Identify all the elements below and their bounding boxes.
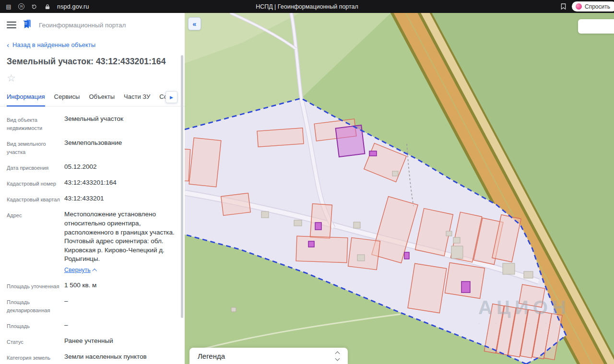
field-value: Землепользование	[64, 139, 175, 156]
field-cadastral-number: Кадастровый номер 43:12:433201:164	[7, 178, 175, 188]
map-canvas[interactable]: АЦИОН · · · · · « Легенда	[185, 13, 614, 364]
field-assign-date: Дата присвоения 05.12.2002	[7, 163, 175, 172]
field-label: Статус	[7, 337, 64, 346]
field-value: 1 500 кв. м	[64, 281, 175, 291]
field-value: Ранее учтенный	[64, 337, 175, 346]
attributes-list: Вид объекта недвижимости Земельный участ…	[0, 106, 185, 364]
tabs-panel-icon[interactable]: ▤	[5, 3, 12, 11]
legend-expand-icon[interactable]	[334, 350, 341, 362]
field-area: Площадь –	[7, 321, 175, 330]
legend-label: Легенда	[198, 352, 225, 360]
parcel-title: Земельный участок: 43:12:433201:164	[7, 57, 178, 67]
browser-tab-title: НСПД | Геоинформационный портал	[256, 3, 358, 10]
field-value: 05.12.2002	[64, 163, 175, 172]
ask-button[interactable]: Спросить	[572, 1, 614, 12]
field-value: Земельный участок	[64, 115, 175, 132]
panel-collapse-button[interactable]: «	[188, 17, 201, 30]
field-address: Адрес Местоположение установлено относит…	[7, 210, 175, 274]
field-value: 43:12:433201	[64, 194, 175, 204]
field-value: –	[64, 297, 175, 315]
tabs-scroll-right-button[interactable]: ▶	[165, 91, 177, 103]
map-search-box[interactable]	[578, 19, 614, 34]
tab-bar: Информация Сервисы Объекты Части ЗУ Сост…	[0, 89, 185, 106]
address-text: Местоположение установлено относительно …	[64, 211, 175, 262]
portal-title: Геоинформационный портал	[39, 22, 126, 29]
panel-header: Геоинформационный портал	[0, 13, 185, 34]
field-value: –	[64, 321, 175, 330]
chevron-left-icon: ‹	[7, 41, 9, 48]
collapse-link-label: Свернуть	[64, 266, 91, 274]
field-label: Площадь уточненная	[7, 281, 64, 291]
menu-icon[interactable]	[7, 22, 16, 28]
field-value: Земли населенных пунктов	[64, 352, 175, 362]
tab-information[interactable]: Информация	[7, 89, 45, 106]
tab-parcel-parts[interactable]: Части ЗУ	[124, 89, 150, 106]
field-label: Площадь декларированная	[7, 297, 64, 315]
field-parcel-kind: Вид земельного участка Землепользование	[7, 139, 175, 156]
field-label: Вид земельного участка	[7, 139, 64, 156]
back-link-label: Назад в найденные объекты	[12, 41, 95, 48]
profile-icon[interactable]: Я	[18, 3, 24, 10]
lock-icon	[44, 3, 51, 11]
browser-chrome: ▤ Я nspd.gov.ru НСПД | Геоинформационный…	[0, 0, 614, 13]
field-label: Кадастровый квартал	[7, 194, 64, 204]
legend-panel[interactable]: Легенда	[189, 348, 348, 364]
field-label: Адрес	[7, 210, 64, 274]
field-label: Кадастровый номер	[7, 178, 64, 188]
panel-scrollbar[interactable]	[181, 55, 183, 318]
chevron-up-icon	[92, 269, 97, 273]
field-cadastral-block: Кадастровый квартал 43:12:433201	[7, 194, 175, 204]
back-to-results-link[interactable]: ‹ Назад в найденные объекты	[7, 41, 178, 48]
tab-objects[interactable]: Объекты	[89, 89, 115, 106]
field-label: Категория земель	[7, 352, 64, 362]
address-bar[interactable]: nspd.gov.ru	[57, 3, 89, 10]
field-land-category: Категория земель Земли населенных пункто…	[7, 352, 175, 362]
field-area-refined: Площадь уточненная 1 500 кв. м	[7, 281, 175, 291]
field-area-declared: Площадь декларированная –	[7, 297, 175, 315]
object-info-panel: Геоинформационный портал ‹ Назад в найде…	[0, 13, 185, 364]
field-label: Дата присвоения	[7, 163, 64, 172]
bookmark-icon[interactable]	[559, 3, 567, 11]
field-label: Вид объекта недвижимости	[7, 115, 64, 132]
field-object-kind: Вид объекта недвижимости Земельный участ…	[7, 115, 175, 132]
field-value: Местоположение установлено относительно …	[64, 210, 175, 274]
field-value: 43:12:433201:164	[64, 178, 175, 188]
ask-icon	[576, 3, 582, 10]
reload-icon[interactable]	[30, 3, 38, 11]
collapse-address-link[interactable]: Свернуть	[64, 266, 97, 274]
map-svg[interactable]	[185, 13, 614, 364]
tab-services[interactable]: Сервисы	[54, 89, 80, 106]
favorite-star-icon[interactable]: ☆	[7, 73, 178, 83]
field-label: Площадь	[7, 321, 64, 330]
field-status: Статус Ранее учтенный	[7, 337, 175, 346]
ask-label: Спросить	[585, 3, 610, 10]
nspd-logo	[22, 19, 33, 31]
